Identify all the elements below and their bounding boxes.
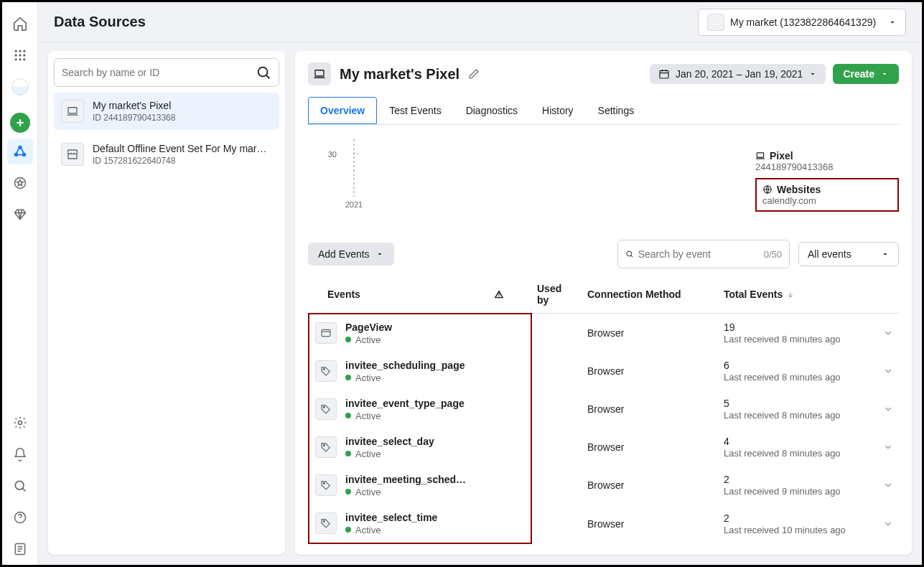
- last-received: Last received 8 minutes ago: [724, 334, 872, 345]
- svg-point-31: [323, 444, 325, 446]
- nav-star-icon[interactable]: [7, 170, 33, 196]
- event-status: Active: [355, 487, 381, 497]
- table-row[interactable]: invitee_meeting_sched… Active Browser 2 …: [309, 467, 899, 505]
- expand-row-button[interactable]: [877, 390, 899, 428]
- event-status: Active: [355, 525, 381, 535]
- svg-rect-25: [757, 153, 763, 157]
- nav-apps-icon[interactable]: [7, 42, 33, 68]
- chevron-down-icon: [880, 70, 889, 78]
- connection-method: Browser: [582, 352, 718, 390]
- nav-home-icon[interactable]: [7, 11, 33, 37]
- col-usedby[interactable]: Used by: [531, 276, 582, 314]
- globe-icon: [762, 184, 773, 195]
- sidebar-item-offline[interactable]: Default Offline Event Set For My mar… ID…: [54, 136, 279, 173]
- events-chart: 30 2021: [308, 132, 739, 218]
- info-card-pixel: Pixel 244189790413368: [755, 150, 899, 172]
- create-button[interactable]: Create: [833, 64, 899, 84]
- account-selector[interactable]: My market (1323822864641329): [698, 9, 906, 36]
- table-row[interactable]: PageView Active Browser 19 Last received…: [309, 314, 899, 352]
- svg-point-10: [14, 153, 18, 157]
- svg-point-27: [627, 251, 632, 256]
- status-dot-icon: [345, 337, 351, 342]
- svg-point-4: [19, 54, 21, 56]
- sidebar-search-input[interactable]: [62, 67, 256, 78]
- sidebar: My market's Pixel ID 244189790413368 Def…: [48, 51, 285, 555]
- tab-settings[interactable]: Settings: [586, 97, 647, 124]
- laptop-icon: [755, 151, 765, 161]
- expand-row-button[interactable]: [877, 314, 899, 352]
- event-search-input[interactable]: [638, 248, 764, 260]
- svg-point-13: [18, 421, 22, 425]
- tab-history[interactable]: History: [530, 97, 586, 124]
- add-events-button[interactable]: Add Events: [308, 243, 394, 266]
- nav-add-icon[interactable]: [10, 113, 30, 133]
- svg-point-0: [14, 50, 17, 52]
- sidebar-item-pixel[interactable]: My market's Pixel ID 244189790413368: [54, 93, 279, 130]
- edit-icon[interactable]: [468, 68, 480, 80]
- date-range-button[interactable]: Jan 20, 2021 – Jan 19, 2021: [650, 64, 826, 84]
- nav-settings-icon[interactable]: [7, 410, 33, 436]
- last-received: Last received 8 minutes ago: [724, 410, 872, 421]
- last-received: Last received 10 minutes ago: [724, 525, 872, 535]
- event-search[interactable]: 0/50: [617, 240, 790, 268]
- last-received: Last received 8 minutes ago: [724, 448, 872, 459]
- left-nav: [2, 2, 38, 565]
- status-dot-icon: [345, 375, 351, 380]
- tab-test-events[interactable]: Test Events: [377, 97, 453, 124]
- col-events[interactable]: Events: [309, 276, 488, 314]
- svg-point-9: [18, 146, 22, 150]
- svg-rect-19: [315, 70, 324, 76]
- expand-row-button[interactable]: [877, 428, 899, 467]
- source-name: Default Offline Event Set For My mar…: [93, 143, 272, 154]
- expand-row-button[interactable]: [877, 467, 899, 505]
- nav-report-icon[interactable]: [7, 536, 33, 562]
- event-status: Active: [355, 334, 381, 345]
- nav-search-icon[interactable]: [7, 473, 33, 499]
- status-dot-icon: [345, 451, 351, 456]
- expand-row-button[interactable]: [877, 352, 899, 390]
- search-icon: [256, 65, 271, 80]
- tab-diagnostics[interactable]: Diagnostics: [454, 97, 530, 124]
- col-total[interactable]: Total Events: [718, 276, 877, 314]
- status-dot-icon: [345, 489, 351, 495]
- laptop-icon: [308, 62, 331, 85]
- source-id: ID 157281622640748: [93, 156, 272, 166]
- source-name: My market's Pixel: [93, 100, 272, 111]
- nav-diamond-icon[interactable]: [7, 202, 33, 228]
- event-name: invitee_select_time: [345, 512, 525, 523]
- calendar-icon: [658, 68, 670, 80]
- svg-point-2: [23, 50, 25, 52]
- status-dot-icon: [345, 413, 351, 418]
- nav-bell-icon[interactable]: [7, 441, 33, 467]
- event-status: Active: [355, 372, 381, 383]
- svg-point-11: [22, 153, 26, 157]
- last-received: Last received 8 minutes ago: [724, 372, 872, 383]
- col-method[interactable]: Connection Method: [582, 276, 718, 314]
- event-name: invitee_event_type_page: [345, 398, 525, 409]
- chevron-down-icon: [888, 18, 897, 27]
- table-row[interactable]: invitee_scheduling_page Active Browser 6…: [309, 352, 899, 390]
- tab-overview[interactable]: Overview: [308, 97, 377, 124]
- table-row[interactable]: invitee_select_time Active Browser 2 Las…: [309, 505, 899, 543]
- connection-method: Browser: [582, 314, 718, 352]
- event-name: invitee_select_day: [345, 436, 525, 447]
- sidebar-search[interactable]: [54, 58, 279, 87]
- last-received: Last received 9 minutes ago: [724, 486, 872, 497]
- table-row[interactable]: invitee_select_day Active Browser 4 Last…: [309, 428, 899, 467]
- nav-data-sources-icon[interactable]: [7, 139, 33, 164]
- event-name: invitee_meeting_sched…: [345, 474, 525, 485]
- connection-method: Browser: [582, 467, 718, 505]
- create-label: Create: [843, 68, 874, 80]
- date-range-label: Jan 20, 2021 – Jan 19, 2021: [676, 68, 803, 80]
- table-row[interactable]: invitee_event_type_page Active Browser 5…: [309, 390, 899, 428]
- event-status: Active: [355, 411, 381, 421]
- connection-method: Browser: [582, 428, 718, 467]
- tag-icon: [315, 360, 337, 382]
- tag-icon: [315, 512, 337, 534]
- nav-help-icon[interactable]: [7, 505, 33, 530]
- expand-row-button[interactable]: [877, 505, 899, 543]
- window-icon: [315, 322, 337, 344]
- nav-avatar[interactable]: [7, 74, 33, 100]
- events-filter-select[interactable]: All events: [798, 242, 899, 266]
- events-table: Events Used by Connection Method Total E…: [308, 276, 899, 544]
